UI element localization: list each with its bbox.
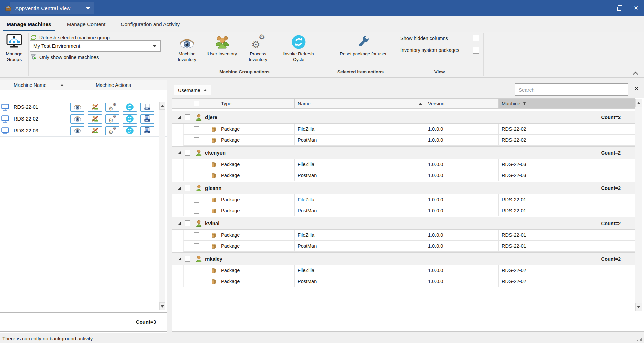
machine-inventory-button[interactable]: Machine Inventory: [171, 34, 203, 62]
package-row[interactable]: Package FileZilla 1.0.0.0 RDS-22-01: [172, 230, 635, 241]
collapse-group-icon[interactable]: [178, 151, 181, 154]
only-online-toggle[interactable]: Only show online machines: [30, 54, 99, 60]
select-all-checkbox[interactable]: [194, 101, 199, 106]
report-action-button[interactable]: [140, 103, 154, 112]
group-row[interactable]: mkaley Count=2: [172, 252, 635, 265]
machine-name-column-header[interactable]: Machine Name: [10, 80, 68, 90]
package-row[interactable]: Package FileZilla 1.0.0.0 RDS-22-02: [172, 124, 635, 135]
row-checkbox[interactable]: [194, 243, 199, 249]
machine-inventory-action-button[interactable]: [70, 114, 84, 124]
type-column-header[interactable]: Type: [218, 99, 294, 108]
logoff-users-action-button[interactable]: [88, 126, 102, 135]
refresh-action-button[interactable]: [123, 103, 137, 112]
row-checkbox[interactable]: [194, 232, 199, 238]
machine-group-dropdown[interactable]: My Test Environment: [30, 40, 161, 52]
logoff-users-action-button[interactable]: [88, 114, 102, 124]
group-checkbox[interactable]: [185, 220, 190, 226]
collapse-group-icon[interactable]: [178, 222, 181, 225]
package-row[interactable]: Package PostMan 1.0.0.0 RDS-22-02: [172, 276, 635, 287]
refresh-machine-group-button[interactable]: Refresh selected machine group: [30, 34, 110, 41]
process-inventory-action-button[interactable]: ⚙⚙: [105, 126, 119, 135]
logoff-users-action-button[interactable]: [88, 103, 102, 112]
package-row[interactable]: Package PostMan 1.0.0.0 RDS-22-01: [172, 241, 635, 252]
machine-row[interactable]: RDS-22-02 ⚙⚙: [0, 113, 167, 125]
group-checkbox[interactable]: [185, 256, 190, 262]
select-all-column-header[interactable]: [183, 99, 210, 108]
tab-configuration-activity[interactable]: Configuration and Activity: [121, 16, 180, 32]
report-action-button[interactable]: [140, 114, 154, 124]
group-checkbox[interactable]: [185, 150, 190, 156]
row-checkbox[interactable]: [194, 279, 199, 284]
package-row[interactable]: Package FileZilla 1.0.0.0 RDS-22-02: [172, 265, 635, 276]
scroll-down-button[interactable]: [159, 302, 165, 310]
machine-actions-column-header[interactable]: Machine Actions: [68, 80, 159, 90]
filter-funnel-icon[interactable]: [522, 101, 527, 106]
package-row[interactable]: Package PostMan 1.0.0.0 RDS-22-02: [172, 135, 635, 146]
cell-name: PostMan: [294, 205, 425, 216]
restore-button[interactable]: [612, 0, 628, 16]
machines-scrollbar[interactable]: [159, 102, 165, 310]
close-button[interactable]: ✕: [628, 0, 644, 16]
package-row[interactable]: Package PostMan 1.0.0.0 RDS-22-01: [172, 205, 635, 216]
row-checkbox[interactable]: [194, 197, 199, 203]
package-row[interactable]: Package PostMan 1.0.0.0 RDS-22-03: [172, 170, 635, 181]
manage-groups-button[interactable]: Manage Groups: [2, 34, 26, 62]
row-checkbox[interactable]: [194, 126, 199, 132]
gears-icon: ⚙⚙: [108, 115, 116, 123]
search-input[interactable]: [515, 83, 628, 96]
scroll-down-button[interactable]: [635, 303, 642, 311]
resize-grip[interactable]: [637, 337, 642, 341]
tab-manage-content[interactable]: Manage Content: [67, 16, 106, 32]
group-count: Count=2: [601, 256, 621, 262]
row-checkbox[interactable]: [194, 162, 199, 167]
machine-column-header[interactable]: Machine: [498, 99, 635, 108]
group-by-username-chip[interactable]: Username: [174, 85, 211, 95]
collapse-ribbon-icon[interactable]: [633, 72, 638, 77]
collapse-group-icon[interactable]: [178, 186, 181, 190]
scroll-up-button[interactable]: [159, 102, 165, 110]
process-inventory-button[interactable]: ⚙⚙ Process Inventory: [242, 34, 274, 62]
row-checkbox[interactable]: [194, 268, 199, 273]
tab-manage-machines[interactable]: Manage Machines: [7, 16, 51, 32]
cell-machine: RDS-22-02: [498, 276, 635, 287]
name-column-header[interactable]: Name: [294, 99, 425, 108]
row-checkbox[interactable]: [194, 137, 199, 143]
inventory-scrollbar[interactable]: [635, 99, 642, 311]
process-inventory-action-button[interactable]: ⚙⚙: [105, 103, 119, 112]
group-checkbox[interactable]: [185, 185, 190, 191]
group-row[interactable]: kvinal Count=2: [172, 217, 635, 230]
group-row[interactable]: djere Count=2: [172, 111, 635, 124]
package-row[interactable]: Package FileZilla 1.0.0.0 RDS-22-03: [172, 159, 635, 170]
machine-inventory-action-button[interactable]: [70, 103, 84, 112]
process-inventory-action-button[interactable]: ⚙⚙: [105, 114, 119, 124]
icon-column-header[interactable]: [210, 99, 218, 108]
cell-type: Package: [218, 135, 294, 146]
refresh-action-button[interactable]: [123, 114, 137, 124]
group-checkbox[interactable]: [185, 114, 190, 120]
title-menu-chevron-icon[interactable]: [86, 7, 90, 9]
refresh-action-button[interactable]: [123, 126, 137, 135]
collapse-group-icon[interactable]: [178, 116, 181, 119]
machine-row[interactable]: RDS-22-01 ⚙⚙: [0, 101, 167, 113]
group-row[interactable]: gleann Count=2: [172, 182, 635, 194]
clear-search-icon[interactable]: ✕: [634, 84, 639, 93]
version-column-header[interactable]: Version: [425, 99, 498, 108]
group-row[interactable]: ekenyon Count=2: [172, 146, 635, 159]
minimize-button[interactable]: [596, 0, 612, 16]
new-row-filter[interactable]: [0, 90, 167, 101]
inventory-system-packages-checkbox[interactable]: [473, 47, 479, 54]
report-action-button[interactable]: [140, 126, 154, 135]
show-hidden-columns-checkbox[interactable]: [473, 35, 479, 41]
machine-icon-column-header[interactable]: [0, 80, 10, 90]
scroll-up-button[interactable]: [635, 99, 642, 107]
machine-inventory-action-button[interactable]: [70, 126, 84, 135]
collapse-group-icon[interactable]: [178, 257, 181, 260]
reset-package-button[interactable]: Reset package for user: [338, 34, 388, 57]
user-inventory-button[interactable]: User Inventory: [206, 34, 238, 57]
invoke-refresh-cycle-button[interactable]: Invoke Refresh Cycle: [280, 34, 317, 62]
row-checkbox[interactable]: [194, 208, 199, 214]
package-row[interactable]: Package FileZilla 1.0.0.0 RDS-22-01: [172, 194, 635, 205]
row-checkbox[interactable]: [194, 173, 199, 178]
refresh-cycle-icon: [126, 127, 134, 134]
machine-row[interactable]: RDS-22-03 ⚙⚙: [0, 125, 167, 137]
